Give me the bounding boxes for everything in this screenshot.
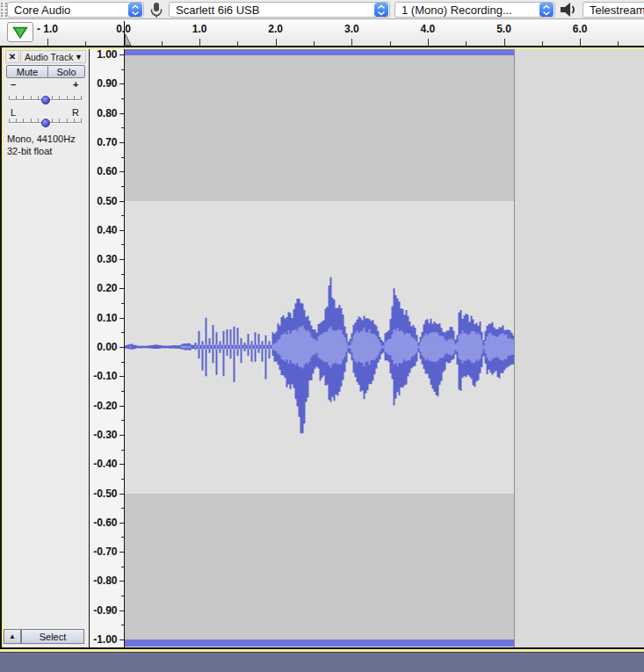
timeline-major-tick [504,39,505,46]
track-collapse-button[interactable]: ▲ [4,629,21,644]
solo-button[interactable]: Solo [48,65,85,78]
scale-label: 0.90 [97,78,117,89]
waveform-rms [236,344,238,349]
scale-label: -1.00 [93,634,117,645]
recording-device-select[interactable]: Scarlett 6i6 USB [169,2,390,18]
timeline-label: 2.0 [268,23,283,35]
waveform-rms [180,346,191,349]
timeline-major-tick [351,39,352,46]
scale-label: 0.50 [97,196,117,206]
scale-label: -0.60 [93,517,117,528]
recording-channels-value: 1 (Mono) Recording... [395,4,539,17]
waveform-rms [194,345,196,348]
timeline-label: 6.0 [573,23,588,35]
waveform-rms [257,345,259,350]
waveform[interactable] [124,49,644,647]
scale-label: 0.40 [97,225,117,235]
timeline-major-tick [199,39,200,46]
microphone-icon [146,2,167,18]
toolbar-gripper[interactable] [1,3,7,17]
gain-minus-label: – [11,79,16,90]
waveform-rms [240,345,242,350]
timeline-label: 5.0 [496,23,511,35]
scale-label: 0.30 [97,254,117,264]
scale-label: -0.20 [93,401,117,411]
clip-right-edge [514,49,515,647]
pan-slider-thumb[interactable] [41,119,50,127]
track-close-button[interactable]: ✕ [5,50,19,63]
updown-chevrons-icon [542,4,551,16]
timeline-label: 1.0 [192,23,207,35]
track-waveform-area[interactable] [124,49,644,647]
scale-label: -0.80 [93,575,117,586]
waveform-rms [129,346,131,348]
scale-label: 0.70 [97,137,117,148]
waveform-rms [219,345,221,349]
track-menu-arrow-icon: ▼ [75,53,85,61]
track-menu-button[interactable]: Audio Track ▼ [20,50,86,63]
device-toolbar: Core Audio Scarlett 6i6 USB 1 (Mono) Rec… [0,0,644,19]
recording-device-value: Scarlett 6i6 USB [170,4,374,17]
track-control-panel: ✕ Audio Track ▼ Mute Solo – + L R Mono, … [4,49,89,647]
scale-label: -0.10 [93,371,117,381]
waveform-rms [208,345,210,350]
waveform-rms [226,344,228,349]
track-select-button[interactable]: Select [21,629,84,644]
pan-left-label: L [11,107,16,118]
waveform-rms [233,344,235,350]
timeline-major-tick [580,39,581,46]
timeline-cursor-handle[interactable] [125,33,132,46]
scale-label: 0.60 [97,166,117,177]
timeline-ruler[interactable]: - 1.00.01.02.03.04.05.06.0 [0,19,644,46]
recording-channels-select[interactable]: 1 (Mono) Recording... [394,2,555,18]
waveform-rms [261,345,263,350]
waveform-rms [243,345,245,348]
waveform-rms [254,345,256,350]
edit-cursor-line [124,49,126,647]
track-format-info: Mono, 44100Hz [7,134,76,144]
updown-chevrons-icon [377,4,386,16]
scale-label: 0.20 [97,283,117,293]
scale-label: 0.80 [97,108,117,119]
gain-plus-label: + [73,79,78,90]
waveform-rms [215,344,217,350]
waveform-rms [205,344,206,350]
pan-right-label: R [72,107,79,118]
waveform-rms [201,344,203,349]
scale-label: 0.10 [97,313,117,323]
timeline-major-tick [276,39,277,46]
vertical-scale-ruler[interactable]: 1.000.900.800.700.600.500.400.300.200.10… [90,49,124,647]
waveform-rms [264,344,266,350]
scale-label: -0.40 [93,459,117,469]
waveform-rms [250,345,252,350]
recording-device-stepper[interactable] [374,3,388,17]
playback-device-value: Telestream Audio [583,4,644,17]
updown-chevrons-icon [131,4,140,16]
waveform-rms [229,344,231,349]
scale-label: 0.00 [97,342,117,352]
gain-slider-thumb[interactable] [41,96,50,105]
waveform-rms [247,345,249,350]
scale-label: -0.30 [93,430,117,440]
waveform-rms [198,344,199,349]
track-depth-info: 32-bit float [7,146,52,156]
recording-channels-stepper[interactable] [539,3,554,17]
timeline-major-tick [47,39,48,46]
playback-device-select[interactable]: Telestream Audio [582,2,644,18]
scale-label: -0.70 [93,546,117,557]
mute-button[interactable]: Mute [6,65,48,78]
audio-host-stepper[interactable] [128,3,142,17]
green-triangle-icon [11,25,30,40]
track-title: Audio Track [21,52,75,62]
timeline-major-tick [428,39,429,46]
speaker-icon [558,2,579,18]
scale-label: -0.90 [93,605,117,616]
waveform-rms [212,344,213,350]
timeline-label: 3.0 [344,23,359,35]
scale-label: 1.00 [97,49,117,60]
timeline-options-button[interactable] [7,22,33,42]
waveform-rms [268,345,270,350]
workspace-background [0,653,644,672]
audio-host-value: Core Audio [8,4,128,17]
audio-host-select[interactable]: Core Audio [7,2,144,18]
